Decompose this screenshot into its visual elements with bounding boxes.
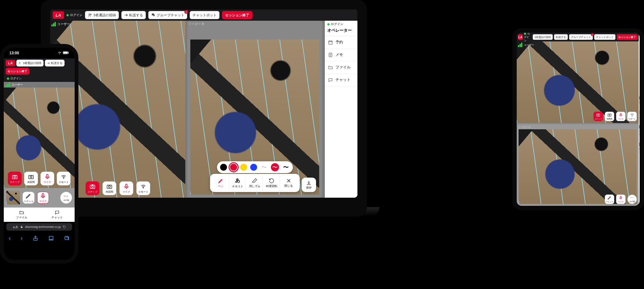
svg-rect-6	[125, 184, 127, 187]
more-button[interactable]: ⋯ その他	[60, 192, 72, 204]
tablet-lower-pane: リーダー B ペイント マイク ⋯ その他	[517, 123, 639, 206]
snap-button[interactable]: スナップ	[86, 181, 99, 195]
tablet-upper-controls: スナップ 画面間 マイク リモート	[594, 112, 637, 121]
stroke-thin[interactable]: 〜	[260, 164, 268, 170]
tab-side-chat[interactable]: チャット	[639, 142, 644, 154]
transfer-button[interactable]: 転送する	[554, 34, 568, 40]
paint-button[interactable]: ペイント	[605, 195, 614, 204]
remote-icon	[140, 183, 146, 190]
thumbnail[interactable]	[6, 191, 20, 205]
chat-icon	[328, 78, 333, 83]
user-tag: ユーザー	[51, 22, 70, 26]
screen-share-button[interactable]: 画面間	[103, 181, 116, 195]
phone-bottom-tabs: ファイル チャット	[4, 207, 75, 222]
nav-back[interactable]: ‹	[9, 235, 11, 242]
svg-rect-8	[329, 41, 332, 44]
color-black[interactable]	[220, 164, 227, 171]
refresh-icon	[63, 225, 66, 228]
remote-button[interactable]: リモート	[136, 181, 150, 195]
mic-button[interactable]: マイク	[119, 181, 133, 195]
svg-rect-27	[65, 236, 68, 240]
screen-share-button[interactable]: 画面間	[24, 172, 38, 185]
app-logo: LA	[53, 11, 64, 19]
wifi-icon	[57, 51, 62, 54]
transfer-button[interactable]: 転送する	[45, 60, 65, 67]
svg-point-29	[598, 114, 599, 115]
stroke-medium[interactable]: 〜	[271, 163, 279, 171]
tab-file[interactable]: ファイル	[4, 208, 39, 222]
nav-forward[interactable]: ›	[21, 235, 23, 242]
camera-alt-icon	[607, 113, 612, 117]
tab-side-memo[interactable]: メモ	[639, 110, 644, 119]
remote-button[interactable]: リモート	[57, 172, 71, 185]
chatbot-button[interactable]: チャットボット	[594, 34, 615, 40]
pen-icon	[218, 178, 224, 184]
signal-icon	[51, 22, 56, 26]
phone-frame: 13:00 LA 3者通話の招待 転送する セッション終了 ログイン ユーザー	[0, 44, 78, 264]
mic-button-2[interactable]: マイク	[616, 195, 626, 204]
chatbot-button[interactable]: チャットボット	[190, 11, 219, 19]
eraser-tool[interactable]: 消しゴム	[247, 176, 263, 190]
laptop-left-controls: スナップ 画面間 マイク リモート	[86, 181, 150, 195]
notification-badge: 2	[184, 10, 188, 14]
sidebar-item-memo[interactable]: メモ	[325, 49, 357, 61]
group-chat-button[interactable]: グループチャット 2	[569, 34, 593, 40]
snap-button[interactable]: スナップ	[8, 172, 22, 185]
snap-button[interactable]: スナップ	[594, 112, 603, 121]
more-button[interactable]: ⋯ その他	[627, 195, 637, 204]
svg-rect-15	[63, 52, 67, 54]
mic-button[interactable]: マイク	[616, 112, 626, 121]
svg-rect-25	[21, 227, 23, 228]
screen-share-button[interactable]: 画面間	[605, 112, 614, 121]
invite-button[interactable]: 3者通話の招待	[85, 11, 119, 19]
group-chat-button[interactable]: グループチャット 2	[148, 11, 187, 19]
tablet-app-header: LA ログイン 3者通話の招待 転送する グループチャット 2 チャットボット …	[517, 33, 639, 41]
tab-chat[interactable]: チャット	[39, 208, 75, 222]
tab-side-file[interactable]: ファイル	[639, 124, 644, 136]
laptop-base	[28, 207, 379, 217]
text-tool[interactable]: あ テキスト	[230, 176, 246, 190]
share-arrow-icon	[47, 62, 50, 65]
remote-icon	[61, 174, 67, 180]
phone-video-pane: スナップ 画面間 マイク リモート	[4, 88, 75, 188]
save-button[interactable]: 保存	[302, 178, 316, 192]
login-status: ログイン	[66, 13, 82, 17]
sidebar-item-chat[interactable]: チャット	[325, 74, 357, 86]
download-icon	[306, 180, 312, 186]
mic-button[interactable]: マイク	[40, 172, 54, 185]
invite-button[interactable]: 3者通話の招待	[16, 60, 44, 67]
paint-button[interactable]: ペイント	[23, 192, 34, 204]
sidebar-item-reservation[interactable]: 予約	[325, 36, 357, 49]
invite-button[interactable]: 3者通話の招待	[533, 34, 553, 40]
battery-icon	[63, 51, 69, 54]
tab-side-screen[interactable]: 画面	[639, 95, 644, 104]
close-tool[interactable]: 閉じる	[281, 176, 297, 190]
end-session-button[interactable]: セッション終了	[6, 68, 29, 75]
color-blue[interactable]	[250, 164, 257, 171]
remote-button[interactable]: リモート	[627, 112, 637, 121]
camera-icon	[12, 174, 18, 180]
color-red[interactable]	[230, 164, 237, 171]
pen-tool[interactable]: ペン	[213, 176, 229, 190]
chat-icon	[639, 142, 644, 147]
svg-point-21	[30, 176, 32, 178]
svg-point-33	[632, 115, 633, 116]
nav-book-icon[interactable]	[48, 235, 54, 241]
mic-button-2[interactable]: マイク	[37, 192, 49, 204]
laptop-sidebar: ログイン オペレーター 予約 メモ ファイル チャット	[325, 21, 357, 198]
svg-rect-32	[620, 113, 622, 115]
end-session-button[interactable]: セッション終了	[222, 11, 252, 19]
svg-rect-16	[68, 52, 68, 53]
nav-share-icon[interactable]	[33, 235, 38, 241]
sidebar-item-file[interactable]: ファイル	[325, 61, 357, 74]
rotate-tool[interactable]: 90度回転	[264, 176, 280, 190]
browser-url-bar[interactable]: ぁあ elucmsstg.techmonster.co.jp	[6, 223, 72, 231]
stroke-thick[interactable]: 〜	[282, 164, 290, 170]
signal-icon	[518, 43, 523, 47]
end-session-button[interactable]: セッション終了	[617, 34, 637, 40]
nav-tabs-icon[interactable]	[64, 235, 70, 241]
phone-video-controls: スナップ 画面間 マイク リモート	[8, 172, 71, 185]
color-yellow[interactable]	[240, 164, 247, 171]
transfer-button[interactable]: 転送する	[121, 11, 146, 19]
svg-point-19	[14, 176, 16, 178]
